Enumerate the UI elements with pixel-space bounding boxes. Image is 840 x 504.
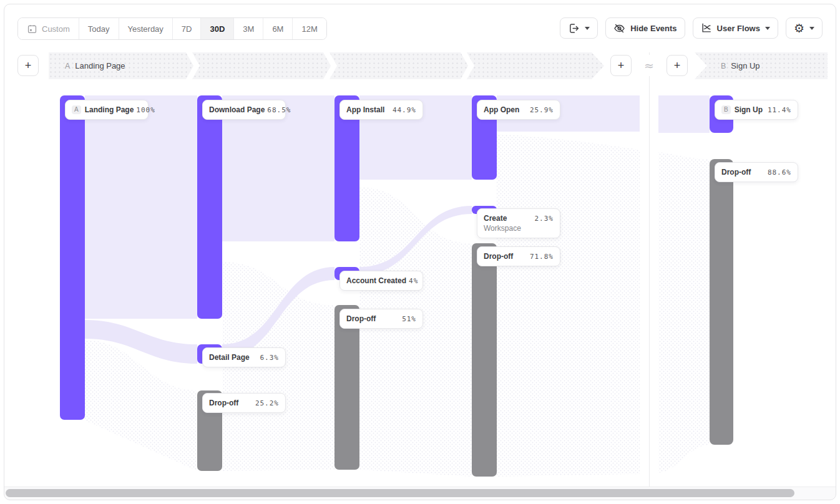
path-b-header-band: B Sign Up bbox=[695, 52, 828, 79]
hide-events-label: Hide Events bbox=[630, 24, 676, 33]
date-range-custom[interactable]: Custom bbox=[18, 18, 79, 39]
date-range-label: 30D bbox=[210, 24, 225, 34]
plus-icon: + bbox=[674, 59, 681, 72]
node-label: Drop-off bbox=[721, 168, 751, 177]
date-range-12m[interactable]: 12M bbox=[292, 18, 326, 39]
node-label: Drop-off bbox=[484, 252, 513, 261]
date-range-6m[interactable]: 6M bbox=[263, 18, 292, 39]
gear-icon: ⚙ bbox=[794, 22, 804, 34]
node-percent: 6.3% bbox=[260, 354, 280, 362]
path-a-header-band: A Landing Page bbox=[49, 52, 604, 79]
export-icon bbox=[568, 22, 580, 34]
flow-signup-dropoff bbox=[658, 152, 710, 473]
report-actions-toolbar: Hide Events User Flows ⚙ bbox=[560, 17, 823, 39]
chevron-down-icon bbox=[585, 27, 590, 30]
add-step-before-b-button[interactable]: + bbox=[667, 55, 688, 76]
date-range-label: 6M bbox=[272, 24, 283, 34]
date-range-7d[interactable]: 7D bbox=[172, 18, 201, 39]
date-range-picker: Custom Today Yesterday 7D 30D 3M 6M 12M bbox=[17, 17, 327, 40]
node-label: App Install bbox=[346, 105, 384, 114]
date-range-label: Custom bbox=[42, 24, 70, 34]
node-card-dropoff-sign-up[interactable]: Drop-off 88.6% bbox=[715, 162, 798, 182]
node-card-account-created[interactable]: Account Created 4% bbox=[339, 271, 423, 291]
node-card-landing-page[interactable]: A Landing Page 100% bbox=[65, 100, 149, 120]
flow-edge-signup bbox=[658, 95, 710, 133]
date-range-label: Yesterday bbox=[128, 24, 164, 34]
node-percent: 88.6% bbox=[768, 168, 791, 177]
node-bar-dropoff-app-open[interactable] bbox=[472, 243, 497, 477]
node-card-dropoff-download[interactable]: Drop-off 25.2% bbox=[202, 393, 286, 413]
node-label: Account Created bbox=[346, 276, 406, 285]
export-button[interactable] bbox=[560, 17, 598, 39]
path-b-header-label: B Sign Up bbox=[721, 52, 760, 79]
node-card-dropoff-app-install[interactable]: Drop-off 51% bbox=[339, 309, 423, 329]
node-label: Download Page bbox=[209, 105, 265, 114]
date-range-yesterday[interactable]: Yesterday bbox=[119, 18, 172, 39]
settings-dropdown[interactable]: ⚙ bbox=[786, 17, 823, 39]
node-percent: 44.9% bbox=[393, 106, 416, 114]
node-card-dropoff-app-open[interactable]: Drop-off 71.8% bbox=[477, 246, 560, 266]
node-card-app-open[interactable]: App Open 25.9% bbox=[477, 100, 560, 120]
add-step-before-a-button[interactable]: + bbox=[17, 55, 39, 76]
date-range-label: 3M bbox=[243, 24, 254, 34]
node-percent: 71.8% bbox=[530, 253, 554, 261]
date-range-3m[interactable]: 3M bbox=[233, 18, 263, 39]
section-divider bbox=[649, 52, 650, 488]
node-card-create-workspace[interactable]: Create 2.3% Workspace bbox=[477, 208, 560, 238]
node-label: Create bbox=[484, 214, 507, 223]
node-label: Drop-off bbox=[346, 314, 376, 323]
node-percent: 4% bbox=[409, 277, 418, 285]
node-bar-dropoff-app-install[interactable] bbox=[335, 305, 359, 470]
path-b-letter: B bbox=[721, 62, 726, 70]
flow-landing-download bbox=[85, 95, 197, 319]
node-label: Detail Page bbox=[209, 353, 250, 362]
horizontal-scrollbar-track[interactable] bbox=[4, 487, 836, 500]
node-percent: 68.5% bbox=[267, 106, 291, 114]
approx-symbol: ≈ bbox=[640, 55, 658, 76]
user-flows-dropdown[interactable]: User Flows bbox=[693, 17, 778, 39]
node-label: Landing Page bbox=[85, 105, 134, 114]
flow-appopen-dropoff-edge bbox=[497, 134, 640, 477]
horizontal-scrollbar-thumb[interactable] bbox=[6, 489, 794, 497]
node-title: A Landing Page bbox=[72, 105, 134, 114]
flow-appinstall-dropoff bbox=[359, 187, 472, 477]
node-label: Sign Up bbox=[735, 105, 763, 114]
node-label-line2: Workspace bbox=[484, 224, 554, 233]
node-percent: 25.2% bbox=[255, 399, 279, 407]
node-bar-landing-page[interactable] bbox=[60, 95, 85, 420]
flows-chart-icon bbox=[701, 22, 712, 34]
date-range-30d-selected[interactable]: 30D bbox=[200, 18, 233, 39]
user-flows-report: Custom Today Yesterday 7D 30D 3M 6M 12M … bbox=[0, 0, 840, 504]
path-a-header-label: A Landing Page bbox=[65, 52, 125, 79]
node-label: App Open bbox=[484, 105, 519, 114]
node-percent: 11.4% bbox=[768, 106, 791, 114]
node-title: B Sign Up bbox=[721, 105, 763, 114]
hide-events-button[interactable]: Hide Events bbox=[605, 17, 685, 39]
path-a-letter: A bbox=[65, 62, 70, 70]
node-bar-dropoff-sign-up[interactable] bbox=[710, 159, 733, 445]
chevron-separator-icon bbox=[186, 52, 200, 79]
date-range-label: 12M bbox=[301, 24, 317, 34]
path-b-title: Sign Up bbox=[731, 61, 759, 70]
path-letter-badge: B bbox=[721, 105, 731, 114]
date-range-today[interactable]: Today bbox=[79, 18, 119, 39]
node-percent: 2.3% bbox=[535, 215, 554, 223]
node-bar-download-page[interactable] bbox=[197, 95, 222, 319]
chevron-separator-icon bbox=[461, 52, 474, 79]
chevron-separator-icon bbox=[323, 52, 337, 79]
node-card-download-page[interactable]: Download Page 68.5% bbox=[202, 100, 286, 120]
add-step-after-a-button[interactable]: + bbox=[610, 55, 632, 76]
node-card-detail-page[interactable]: Detail Page 6.3% bbox=[202, 347, 286, 367]
plus-icon: + bbox=[25, 59, 32, 72]
calendar-icon bbox=[27, 24, 37, 34]
node-percent: 100% bbox=[136, 106, 155, 114]
path-a-title: Landing Page bbox=[75, 61, 125, 70]
path-letter-badge: A bbox=[72, 105, 81, 114]
date-range-label: 7D bbox=[182, 24, 192, 34]
eye-off-icon bbox=[613, 22, 625, 34]
chevron-down-icon bbox=[765, 27, 770, 30]
node-card-app-install[interactable]: App Install 44.9% bbox=[339, 100, 423, 120]
plus-icon: + bbox=[618, 59, 625, 72]
node-percent: 25.9% bbox=[530, 106, 554, 114]
node-card-sign-up[interactable]: B Sign Up 11.4% bbox=[715, 100, 798, 120]
